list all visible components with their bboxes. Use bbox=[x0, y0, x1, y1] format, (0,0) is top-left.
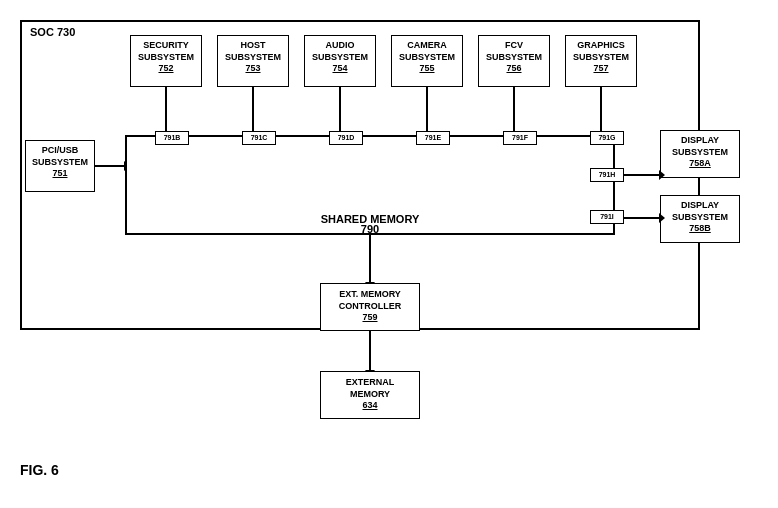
security-number: 752 bbox=[134, 63, 198, 75]
arrow-graphics-down bbox=[600, 87, 602, 135]
camera-number: 755 bbox=[395, 63, 459, 75]
audio-label: AUDIOSUBSYSTEM bbox=[308, 40, 372, 63]
pci-usb-label: PCI/USBSUBSYSTEM bbox=[29, 145, 91, 168]
shared-memory-box: SHARED MEMORY 790 bbox=[125, 135, 615, 235]
host-label: HOSTSUBSYSTEM bbox=[221, 40, 285, 63]
audio-number: 754 bbox=[308, 63, 372, 75]
display-subsystem-a: DISPLAYSUBSYSTEM 758A bbox=[660, 130, 740, 178]
node-791f: 791F bbox=[503, 131, 537, 145]
fcv-number: 756 bbox=[482, 63, 546, 75]
arrow-security-down bbox=[165, 87, 167, 135]
fig-label: FIG. 6 bbox=[20, 462, 59, 478]
display-a-number: 758A bbox=[666, 158, 734, 170]
arrow-camera-down bbox=[426, 87, 428, 135]
node-791i: 791I bbox=[590, 210, 624, 224]
security-subsystem: SECURITYSUBSYSTEM 752 bbox=[130, 35, 202, 87]
node-791d: 791D bbox=[329, 131, 363, 145]
arrow-audio-down bbox=[339, 87, 341, 135]
arrow-791i-to-display-b bbox=[624, 217, 660, 219]
node-791c: 791C bbox=[242, 131, 276, 145]
security-label: SECURITYSUBSYSTEM bbox=[134, 40, 198, 63]
host-number: 753 bbox=[221, 63, 285, 75]
shared-memory-number: 790 bbox=[361, 223, 379, 235]
graphics-number: 757 bbox=[569, 63, 633, 75]
camera-label: CAMERASUBSYSTEM bbox=[395, 40, 459, 63]
ext-ctrl-label: EXT. MEMORYCONTROLLER bbox=[329, 289, 411, 312]
display-a-label: DISPLAYSUBSYSTEM bbox=[666, 135, 734, 158]
ext-ctrl-number: 759 bbox=[329, 312, 411, 324]
arrow-791h-to-display-a bbox=[624, 174, 660, 176]
arrow-host-down bbox=[252, 87, 254, 135]
graphics-label: GRAPHICSSUBSYSTEM bbox=[569, 40, 633, 63]
fcv-label: FCVSUBSYSTEM bbox=[482, 40, 546, 63]
ext-mem-label: EXTERNALMEMORY bbox=[329, 377, 411, 400]
display-b-number: 758B bbox=[666, 223, 734, 235]
node-791h: 791H bbox=[590, 168, 624, 182]
host-subsystem: HOSTSUBSYSTEM 753 bbox=[217, 35, 289, 87]
graphics-subsystem: GRAPHICSSUBSYSTEM 757 bbox=[565, 35, 637, 87]
pci-usb-subsystem: PCI/USBSUBSYSTEM 751 bbox=[25, 140, 95, 192]
page: SOC 730 PCI/USBSUBSYSTEM 751 791A SHARED… bbox=[0, 0, 778, 508]
arrow-pci-to-791a bbox=[95, 165, 125, 167]
soc-label: SOC 730 bbox=[30, 26, 75, 38]
pci-usb-number: 751 bbox=[29, 168, 91, 180]
display-b-label: DISPLAYSUBSYSTEM bbox=[666, 200, 734, 223]
camera-subsystem: CAMERASUBSYSTEM 755 bbox=[391, 35, 463, 87]
ext-mem-number: 634 bbox=[329, 400, 411, 412]
audio-subsystem: AUDIOSUBSYSTEM 754 bbox=[304, 35, 376, 87]
ext-memory-controller: EXT. MEMORYCONTROLLER 759 bbox=[320, 283, 420, 331]
external-memory: EXTERNALMEMORY 634 bbox=[320, 371, 420, 419]
fcv-subsystem: FCVSUBSYSTEM 756 bbox=[478, 35, 550, 87]
arrow-fcv-down bbox=[513, 87, 515, 135]
node-791b: 791B bbox=[155, 131, 189, 145]
display-subsystem-b: DISPLAYSUBSYSTEM 758B bbox=[660, 195, 740, 243]
arrow-ext-ctrl-to-ext-mem bbox=[369, 331, 371, 371]
node-791e: 791E bbox=[416, 131, 450, 145]
node-791g: 791G bbox=[590, 131, 624, 145]
arrow-shared-to-ext-ctrl bbox=[369, 235, 371, 283]
